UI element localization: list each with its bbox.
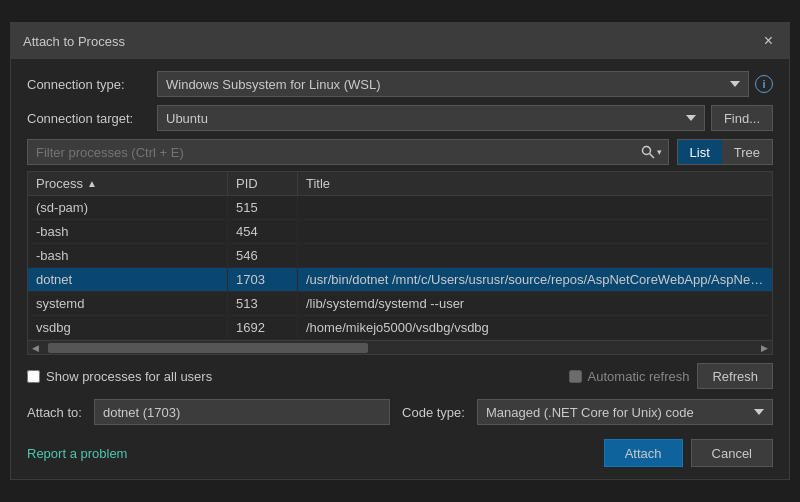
right-controls: Automatic refresh Refresh [569, 363, 773, 389]
filter-input[interactable] [28, 145, 635, 160]
cell-process: (sd-pam) [28, 196, 228, 219]
footer-row: Report a problem Attach Cancel [27, 435, 773, 467]
footer-buttons: Attach Cancel [604, 439, 773, 467]
svg-line-1 [649, 154, 654, 159]
process-table: Process ▲ PID Title (sd-pam)515-bash454-… [27, 171, 773, 355]
cell-pid: 513 [228, 292, 298, 315]
cell-process: -bash [28, 220, 228, 243]
attach-to-row: Attach to: dotnet (1703) Code type: Mana… [27, 399, 773, 425]
scrollbar-thumb[interactable] [48, 343, 368, 353]
table-row[interactable]: vsdbg1692/home/mikejo5000/vsdbg/vsdbg [28, 316, 772, 340]
scroll-right-arrow[interactable]: ▶ [761, 343, 768, 353]
cell-pid: 1703 [228, 268, 298, 291]
cell-process: vsdbg [28, 316, 228, 339]
find-button[interactable]: Find... [711, 105, 773, 131]
close-button[interactable]: × [760, 33, 777, 49]
attach-to-label: Attach to: [27, 405, 82, 420]
cell-process: systemd [28, 292, 228, 315]
cell-pid: 1692 [228, 316, 298, 339]
search-icon [641, 145, 655, 159]
bottom-controls-row: Show processes for all users Automatic r… [27, 363, 773, 389]
connection-type-dropdown[interactable]: Windows Subsystem for Linux (WSL)LocalRe… [157, 71, 749, 97]
table-row[interactable]: systemd513/lib/systemd/systemd --user [28, 292, 772, 316]
filter-input-wrap: ▾ [27, 139, 669, 165]
auto-refresh-checkbox [569, 370, 582, 383]
cell-title: /home/mikejo5000/vsdbg/vsdbg [298, 316, 772, 339]
table-row[interactable]: -bash546 [28, 244, 772, 268]
title-bar: Attach to Process × [11, 23, 789, 59]
report-problem-link[interactable]: Report a problem [27, 446, 127, 461]
tree-view-button[interactable]: Tree [722, 140, 772, 164]
connection-target-wrapper: Ubuntu Find... [157, 105, 773, 131]
cell-pid: 515 [228, 196, 298, 219]
cell-title [298, 244, 772, 267]
attach-to-process-dialog: Attach to Process × Connection type: Win… [10, 22, 790, 480]
cell-title: /lib/systemd/systemd --user [298, 292, 772, 315]
column-pid: PID [228, 172, 298, 195]
table-header: Process ▲ PID Title [28, 172, 772, 196]
table-body: (sd-pam)515-bash454-bash546dotnet1703/us… [28, 196, 772, 340]
attach-to-value: dotnet (1703) [94, 399, 390, 425]
table-row[interactable]: (sd-pam)515 [28, 196, 772, 220]
table-row[interactable]: -bash454 [28, 220, 772, 244]
column-title: Title [298, 172, 772, 195]
cell-title [298, 220, 772, 243]
cell-process: dotnet [28, 268, 228, 291]
filter-row: ▾ List Tree [27, 139, 773, 165]
show-all-users-checkbox[interactable] [27, 370, 40, 383]
connection-type-row: Connection type: Windows Subsystem for L… [27, 71, 773, 97]
refresh-button[interactable]: Refresh [697, 363, 773, 389]
column-process: Process ▲ [28, 172, 228, 195]
sort-arrow-process: ▲ [87, 178, 97, 189]
search-button[interactable]: ▾ [635, 145, 668, 159]
dialog-content: Connection type: Windows Subsystem for L… [11, 59, 789, 479]
table-row[interactable]: dotnet1703/usr/bin/dotnet /mnt/c/Users/u… [28, 268, 772, 292]
show-all-users-checkbox-label[interactable]: Show processes for all users [27, 369, 212, 384]
connection-target-row: Connection target: Ubuntu Find... [27, 105, 773, 131]
code-type-label: Code type: [402, 405, 465, 420]
scroll-left-arrow[interactable]: ◀ [32, 343, 39, 353]
search-dropdown-arrow: ▾ [657, 147, 662, 157]
info-icon[interactable]: i [755, 75, 773, 93]
view-toggle: List Tree [677, 139, 773, 165]
dialog-title: Attach to Process [23, 34, 125, 49]
cell-title [298, 196, 772, 219]
cell-title: /usr/bin/dotnet /mnt/c/Users/usrusr/sour… [298, 268, 772, 291]
auto-refresh-checkbox-label: Automatic refresh [569, 369, 690, 384]
show-all-users-label: Show processes for all users [46, 369, 212, 384]
cell-pid: 454 [228, 220, 298, 243]
attach-button[interactable]: Attach [604, 439, 683, 467]
horizontal-scrollbar[interactable]: ◀ ▶ [28, 340, 772, 354]
auto-refresh-label: Automatic refresh [588, 369, 690, 384]
svg-point-0 [642, 147, 650, 155]
cancel-button[interactable]: Cancel [691, 439, 773, 467]
code-type-dropdown[interactable]: Managed (.NET Core for Unix) codeNativeM… [477, 399, 773, 425]
cell-process: -bash [28, 244, 228, 267]
connection-type-label: Connection type: [27, 77, 157, 92]
cell-pid: 546 [228, 244, 298, 267]
connection-type-wrapper: Windows Subsystem for Linux (WSL)LocalRe… [157, 71, 773, 97]
connection-target-label: Connection target: [27, 111, 157, 126]
list-view-button[interactable]: List [678, 140, 722, 164]
connection-target-dropdown[interactable]: Ubuntu [157, 105, 705, 131]
